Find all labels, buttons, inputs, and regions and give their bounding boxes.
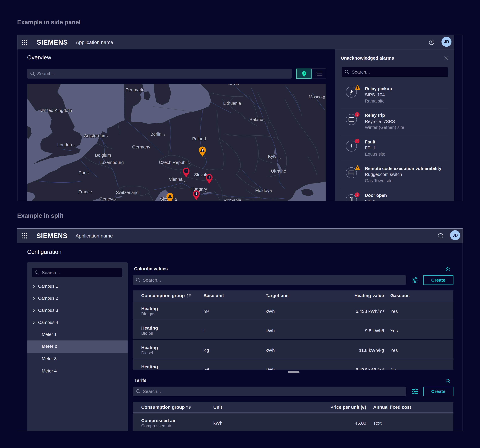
- svg-text:Moldova: Moldova: [255, 188, 272, 193]
- svg-text:Moscow: Moscow: [309, 94, 325, 99]
- svg-text:Latvia: Latvia: [227, 84, 239, 86]
- svg-text:Germany: Germany: [132, 145, 150, 149]
- svg-text:Ukraine: Ukraine: [271, 169, 286, 174]
- svg-text:Romania: Romania: [224, 198, 241, 201]
- svg-text:Vienna: Vienna: [169, 177, 183, 182]
- svg-text:Belarus: Belarus: [250, 117, 264, 122]
- svg-text:Berlin: Berlin: [150, 132, 162, 136]
- svg-text:France: France: [78, 189, 92, 194]
- svg-text:?: ?: [431, 41, 432, 44]
- svg-text:Poland: Poland: [192, 136, 206, 141]
- svg-text:London: London: [57, 142, 72, 147]
- svg-text:Lithuania: Lithuania: [223, 101, 241, 106]
- svg-text:Paris: Paris: [78, 170, 89, 175]
- svg-text:Luxembourg: Luxembourg: [99, 160, 124, 165]
- svg-text:Geneva: Geneva: [99, 196, 115, 201]
- svg-text:?: ?: [440, 234, 441, 238]
- svg-text:Hungary: Hungary: [191, 187, 207, 192]
- svg-text:Kyiv: Kyiv: [268, 154, 276, 159]
- svg-text:United Kingdom: United Kingdom: [41, 108, 72, 113]
- svg-text:Czech Republic: Czech Republic: [159, 160, 190, 165]
- svg-text:Denmark: Denmark: [126, 87, 143, 92]
- svg-text:Switzerland: Switzerland: [116, 190, 139, 195]
- svg-text:Belgium: Belgium: [95, 153, 111, 158]
- svg-text:Amsterdam: Amsterdam: [84, 133, 106, 138]
